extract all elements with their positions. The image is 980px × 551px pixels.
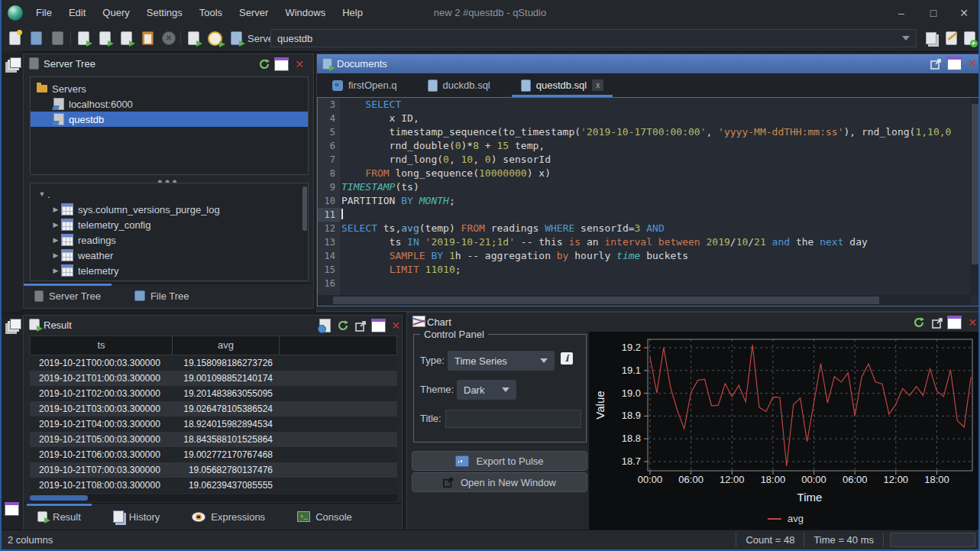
table-row[interactable]: 2019-10-21T08:00:03.30000019.06239437085… (30, 478, 397, 493)
menu-tools[interactable]: Tools (191, 0, 231, 26)
collapsed-arrow-icon[interactable]: ▶ (50, 221, 61, 229)
popout-icon[interactable] (928, 57, 943, 70)
tab-result[interactable]: Result (27, 504, 92, 530)
chart-theme-select[interactable]: Dark (457, 380, 516, 400)
copy-server-icon[interactable] (923, 30, 940, 47)
open-in-new-window-button[interactable]: Open in New Window (412, 472, 587, 492)
tree-item-questdb[interactable]: questdb (31, 112, 308, 127)
table-row[interactable]: 2019-10-21T04:00:03.30000018.92401598289… (30, 416, 397, 432)
table-row[interactable]: 2019-10-21T06:00:03.30000019.00277217076… (30, 447, 397, 462)
tree-item-localhost-6000[interactable]: localhost:6000 (31, 96, 308, 112)
collapsed-arrow-icon[interactable]: ▶ (50, 206, 61, 213)
tab-questdb-sql[interactable]: questdb.sql x (510, 73, 615, 97)
refresh-icon[interactable] (911, 316, 927, 329)
menu-server[interactable]: Server (231, 0, 277, 26)
menu-settings[interactable]: Settings (138, 0, 191, 26)
column-header-ts[interactable]: ts (31, 336, 173, 355)
code-token: FROM (461, 222, 485, 234)
clipboard-icon[interactable] (139, 30, 156, 47)
new-file-icon[interactable] (6, 30, 23, 47)
window-dock-icon[interactable] (5, 502, 19, 516)
edit-server-icon[interactable] (943, 30, 959, 47)
server-select[interactable]: questdb (270, 29, 917, 47)
maximize-panel-icon[interactable] (946, 57, 962, 70)
result-table[interactable]: 2019-10-21T00:00:03.30000019.15809818627… (30, 355, 397, 493)
collapsed-arrow-icon[interactable]: ▶ (50, 251, 61, 259)
maximize-button[interactable]: □ (920, 0, 946, 26)
server-tree-tab-icon (34, 290, 44, 302)
schedule-query-icon[interactable] (206, 30, 223, 47)
gutter-line-number: 4 (318, 112, 341, 125)
tab-file-tree[interactable]: File Tree (124, 284, 200, 308)
tree-item-db-root[interactable]: ▼. (31, 186, 308, 202)
gutter-line-number: 7 (318, 153, 341, 167)
run-script-icon[interactable] (228, 30, 244, 47)
open-file-icon[interactable] (27, 30, 44, 47)
menu-query[interactable]: Query (94, 0, 137, 26)
popout-icon[interactable] (353, 319, 368, 332)
tab-firstopen-q[interactable]: firstOpen.q (322, 73, 408, 97)
tree-scrollbar[interactable] (302, 186, 307, 231)
minimize-button[interactable]: – (888, 0, 914, 26)
tree-item-telemetry[interactable]: ▶telemetry (31, 263, 308, 278)
menu-file[interactable]: File (27, 0, 60, 26)
collapsed-arrow-icon[interactable]: ▶ (50, 267, 61, 274)
column-header-avg[interactable]: avg (173, 336, 280, 355)
export-to-pulse-button[interactable]: Export to Pulse (412, 451, 587, 471)
sql-editor[interactable]: 345678910111213141516 SELECT x ID, times… (317, 97, 980, 306)
table-row[interactable]: 2019-10-21T01:00:03.30000019.00109885214… (30, 371, 397, 386)
close-button[interactable]: ✕ (951, 0, 977, 26)
editor-hscrollbar[interactable] (318, 295, 971, 306)
info-icon[interactable]: i (561, 352, 573, 365)
maximize-panel-icon[interactable] (946, 316, 962, 329)
run-selection-icon[interactable] (118, 30, 134, 47)
close-panel-icon[interactable]: ✕ (292, 57, 307, 71)
code-token: ) x) (527, 167, 551, 179)
table-row[interactable]: 2019-10-21T03:00:03.30000019.02647810538… (30, 401, 397, 416)
tab-history[interactable]: History (102, 504, 170, 530)
tree-item-telemetry-config[interactable]: ▶telemetry_config (31, 217, 308, 232)
legend-label[interactable]: avg (788, 513, 804, 524)
popout-icon[interactable] (930, 316, 945, 329)
result-tab-icon (37, 511, 47, 522)
table-row[interactable]: 2019-10-21T02:00:03.30000019.20148386305… (30, 386, 397, 401)
stop-query-icon[interactable]: ✕ (160, 30, 177, 47)
save-file-icon[interactable] (49, 30, 66, 47)
refresh-icon[interactable] (257, 57, 272, 71)
run-file-icon[interactable] (185, 30, 202, 47)
add-server-icon[interactable] (961, 30, 978, 47)
table-row[interactable]: 2019-10-21T05:00:03.30000018.84358810152… (30, 432, 397, 447)
export-result-icon[interactable] (317, 319, 332, 332)
refresh-icon[interactable] (335, 319, 351, 332)
result-hscrollbar[interactable] (30, 494, 397, 501)
close-panel-icon[interactable]: ✕ (965, 316, 980, 329)
close-panel-icon[interactable]: ✕ (388, 319, 403, 332)
stacked-windows-icon[interactable] (5, 319, 21, 329)
expanded-arrow-icon[interactable]: ▼ (37, 190, 47, 198)
tree-item-weather[interactable]: ▶weather (31, 248, 308, 263)
menu-edit[interactable]: Edit (60, 0, 94, 26)
documents-header: Documents ✕ (317, 54, 980, 73)
editor-vscrollbar[interactable] (970, 98, 980, 295)
tab-expressions[interactable]: Expressions (181, 504, 276, 530)
chart-type-select[interactable]: Time Series (448, 351, 555, 371)
close-panel-icon[interactable]: ✕ (965, 57, 980, 70)
tab-console[interactable]: ›_ Console (286, 504, 363, 530)
collapsed-arrow-icon[interactable]: ▶ (50, 236, 61, 244)
run-line-icon[interactable] (96, 30, 113, 47)
menu-help[interactable]: Help (334, 0, 371, 26)
maximize-panel-icon[interactable] (273, 57, 289, 71)
tree-item-servers-root[interactable]: Servers (31, 81, 308, 96)
tab-duckdb-sql[interactable]: duckdb.sql (417, 73, 501, 97)
chart-title-input[interactable] (445, 410, 581, 428)
menu-windows[interactable]: Windows (277, 0, 334, 26)
maximize-panel-icon[interactable] (370, 319, 386, 332)
table-row[interactable]: 2019-10-21T00:00:03.30000019.15809818627… (30, 355, 397, 371)
tab-server-tree[interactable]: Server Tree (24, 284, 112, 308)
tree-item-readings[interactable]: ▶readings (31, 232, 308, 248)
table-row[interactable]: 2019-10-21T07:00:03.30000019.05682780137… (30, 462, 397, 478)
run-query-icon[interactable] (75, 30, 92, 47)
stacked-windows-icon[interactable] (5, 57, 21, 68)
close-tab-icon[interactable]: x (592, 79, 603, 91)
tree-item-sys-column-versions-purge-log[interactable]: ▶sys.column_versions_purge_log (31, 202, 308, 217)
